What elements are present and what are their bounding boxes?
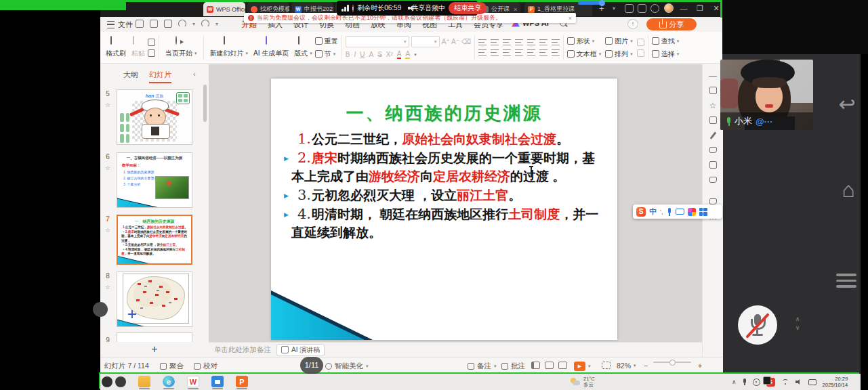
ime-mic-icon[interactable] (667, 208, 672, 216)
star-icon[interactable]: ☆ (103, 102, 112, 108)
clock[interactable]: 20:29 2025/10/14 (823, 376, 848, 389)
weather-widget[interactable]: 21°C多云 (571, 375, 595, 389)
tab-outline[interactable]: 大纲 (123, 70, 138, 80)
book-icon[interactable] (708, 160, 718, 170)
distribute-icon[interactable] (527, 49, 535, 56)
slide-thumbnail-5[interactable]: han 汉族 (117, 89, 192, 145)
star-icon[interactable]: ☆ (103, 284, 112, 290)
layers-icon[interactable] (708, 116, 718, 125)
tray-target-icon[interactable] (753, 378, 760, 386)
volume-icon[interactable] (795, 378, 802, 385)
slide-body-text[interactable]: 1.公元二三世纪，原始社会向奴隶制社会过渡。2.唐宋时期纳西族社会历史发展的一个… (291, 130, 604, 242)
edge-browser-icon[interactable]: e (163, 376, 175, 387)
undo-caret-icon[interactable]: ▾ (192, 21, 195, 27)
back-icon[interactable]: ↩ (833, 92, 861, 116)
tools-icon[interactable] (708, 146, 718, 155)
message-icon[interactable] (625, 4, 634, 13)
redo-icon[interactable] (201, 20, 209, 28)
notes-button[interactable]: 备注▾ (468, 362, 497, 371)
char-icon[interactable]: A (369, 51, 373, 58)
italic-icon[interactable]: I (354, 51, 356, 58)
zoom-level[interactable]: 82%▾ (617, 362, 636, 370)
minimize-window-icon[interactable]: — (678, 3, 690, 14)
start-icon[interactable] (102, 376, 112, 387)
strike-icon[interactable]: S (377, 51, 382, 58)
slide-text-line[interactable]: 2.唐宋时期纳西族社会历史发展的一个重要时期，基本上完成了由游牧经济向定居农耕经… (121, 230, 189, 244)
panel-scrollbar[interactable] (203, 85, 207, 122)
align-left-icon[interactable] (478, 49, 487, 56)
star-icon[interactable]: ☆ (708, 101, 718, 110)
blue-slider[interactable] (578, 1, 604, 5)
wifi-icon[interactable] (781, 379, 789, 385)
slide-thumbnail-7-selected[interactable]: 一、纳西族的历史渊源 1.公元二三世纪，原始社会向奴隶制社会过渡。2.唐宋时期纳… (117, 215, 192, 265)
star-icon[interactable]: ☆ (103, 227, 112, 234)
clipboard-icon[interactable] (708, 175, 718, 185)
picture-icon[interactable] (605, 37, 613, 45)
zoom-out-button[interactable]: − (644, 362, 648, 370)
indent-icon[interactable] (515, 39, 523, 46)
hide-rail-icon[interactable]: — (708, 71, 718, 81)
save-icon[interactable] (136, 20, 144, 28)
star-icon[interactable]: ☆ (103, 165, 112, 171)
file-explorer-icon[interactable] (138, 376, 150, 387)
play-slideshow-button[interactable]: ▶▾ (574, 362, 591, 371)
layout-button[interactable]: 版式▾ (291, 36, 315, 59)
align-center-icon[interactable] (491, 49, 499, 56)
line-spacing-icon[interactable] (539, 49, 547, 56)
tab-wps-office[interactable]: W WPS Office (203, 2, 245, 16)
ai-generate-button[interactable]: AI 生成单页 (251, 36, 291, 59)
outline-icon[interactable] (637, 49, 644, 57)
add-slide-button[interactable]: + (100, 342, 209, 357)
reset-icon[interactable] (315, 37, 323, 45)
zoom-in-button[interactable]: + (698, 362, 702, 370)
mic-muted-button[interactable] (738, 305, 777, 345)
comments-button[interactable]: 批注 (501, 362, 525, 371)
ime-keyboard-icon[interactable] (676, 209, 684, 215)
columns-icon[interactable] (552, 49, 560, 56)
undo-icon[interactable] (178, 20, 186, 28)
print-icon[interactable] (150, 20, 158, 28)
sogou-icon[interactable]: S (636, 207, 646, 217)
view-sorter-icon[interactable] (545, 362, 554, 369)
ime-punct-icon[interactable]: ’, (660, 209, 663, 215)
close-banner-icon[interactable]: × (569, 15, 572, 22)
view-reading-icon[interactable] (558, 362, 567, 369)
slide-canvas[interactable]: 一、纳西族的历史渊源 1.公元二三世纪，原始社会向奴隶制社会过渡。2.唐宋时期纳… (271, 79, 617, 340)
globe-icon[interactable] (650, 4, 659, 13)
slide-thumbnail-8[interactable] (117, 272, 192, 327)
presentation-app-icon[interactable]: P (236, 376, 248, 387)
section-icon[interactable] (315, 50, 323, 58)
slide-text-line[interactable]: 3.元初忽必烈灭大理 ，设立丽江土官。 (291, 186, 604, 204)
ime-skin-icon[interactable] (688, 208, 696, 216)
slide-title[interactable]: 一、纳西族的历史渊源 (271, 102, 617, 125)
sort-icon[interactable] (539, 39, 547, 46)
participant-video[interactable]: 小米 @··· (720, 60, 813, 130)
slide-text-line[interactable]: 4.明清时期， 朝廷在纳西族地区推行土司制度，并一直延续到解放。 (291, 205, 604, 242)
share-button[interactable]: 分享 (646, 18, 697, 30)
font-size-buttons[interactable]: A⁺ A⁻ ⌫ (442, 36, 471, 47)
properties-icon[interactable] (708, 86, 718, 95)
proofread-button[interactable]: 校对 (194, 362, 218, 371)
new-slide-button[interactable]: 新建幻灯片▾ (207, 36, 251, 59)
slide-text-line[interactable]: 2.唐宋时期纳西族社会历史发展的一个重要时期，基本上完成了由游牧经济向定居农耕经… (291, 149, 604, 186)
copy-icon[interactable] (148, 49, 155, 57)
menu-icon[interactable] (836, 274, 856, 290)
end-share-button[interactable]: 结束共享 (449, 2, 487, 14)
canvas-scroll-chevrons[interactable]: ∧∨ (793, 315, 802, 339)
search-taskbar-icon[interactable] (115, 376, 126, 387)
ime-chinese-icon[interactable]: 中 (649, 207, 657, 217)
file-menu[interactable]: 文件 (107, 20, 133, 30)
bullet-list-icon[interactable] (478, 39, 487, 46)
fit-slide-icon[interactable] (602, 362, 611, 369)
workspace-icon[interactable] (638, 4, 646, 13)
text-direction-icon[interactable] (552, 39, 560, 46)
collapse-panel-icon[interactable]: ‹ (193, 70, 196, 78)
fill-icon[interactable] (637, 39, 644, 46)
quick-caret-icon[interactable]: ▾ (215, 21, 218, 27)
font-color-icon[interactable]: A (397, 50, 402, 59)
user-avatar[interactable] (664, 3, 674, 13)
cloud-sync-icon[interactable]: ↑ (627, 19, 638, 29)
format-painter-button[interactable]: 格式刷 (103, 36, 129, 59)
export-icon[interactable] (164, 20, 172, 28)
tab-list-caret-icon[interactable]: ▾ (613, 5, 615, 12)
